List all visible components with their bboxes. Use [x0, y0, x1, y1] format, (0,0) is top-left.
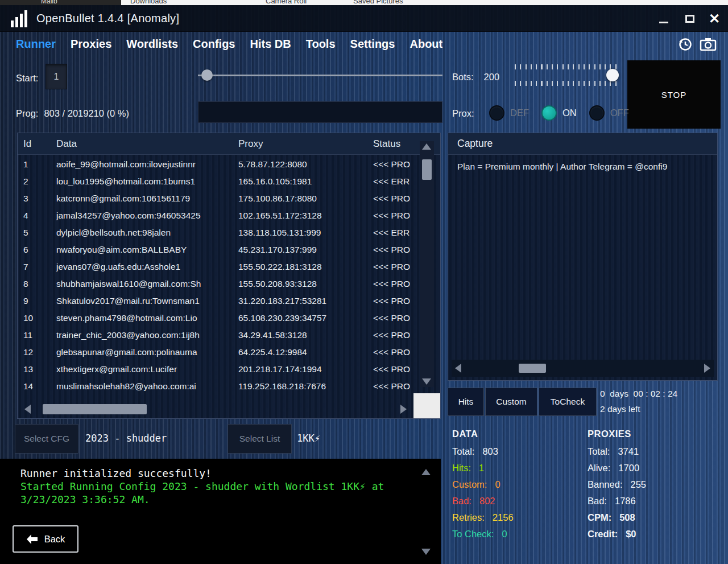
openbullet-window: OpenBullet 1.4.4 [Anomaly] ✕ Runner Prox… — [0, 5, 728, 564]
stat-hits: Hits:1 — [452, 463, 580, 474]
scrollbar-corner — [413, 393, 440, 418]
screenshot-camera-icon[interactable] — [700, 36, 717, 52]
results-table: Id Data Proxy Status 1aoife_99@hotmail.c… — [17, 133, 441, 419]
table-row[interactable]: 14muslimahsolehah82@yahoo.com:ai119.252.… — [18, 378, 440, 395]
slider-thumb[interactable] — [201, 69, 213, 81]
bots-slider[interactable] — [515, 64, 620, 86]
selected-wordlist-name: 1KK⚡ — [297, 433, 320, 444]
capture-horizontal-scrollbar[interactable] — [452, 360, 714, 377]
scroll-down-icon[interactable] — [422, 378, 431, 385]
tab-tocheck-results[interactable]: ToCheck — [539, 388, 597, 416]
scrollbar-thumb[interactable] — [422, 159, 432, 180]
desktop-background-strip: Mailb Downloads Camera Roll Saved Pictur… — [0, 0, 728, 5]
proxy-off-radio[interactable]: OFF — [589, 105, 629, 121]
table-row[interactable]: 5dylpicl@bellsouth.net:98jalen138.118.10… — [18, 224, 440, 241]
progress-slider[interactable] — [198, 67, 442, 83]
bots-slider-thumb[interactable] — [606, 69, 619, 81]
scroll-right-icon[interactable] — [704, 364, 710, 373]
tab-proxies[interactable]: Proxies — [71, 38, 111, 51]
scroll-left-icon[interactable] — [455, 364, 461, 373]
bots-label: Bots: — [452, 72, 474, 83]
desktop-dark-fragment — [0, 0, 121, 5]
col-header-proxy[interactable]: Proxy — [238, 138, 263, 150]
minimize-icon — [659, 22, 668, 23]
tab-configs[interactable]: Configs — [193, 38, 235, 51]
table-row[interactable]: 13xthextigerx@gmail.com:Lucifer201.218.1… — [18, 361, 440, 378]
proxy-on-radio[interactable]: ON — [541, 105, 577, 121]
desktop-folder-downloads: Downloads — [130, 0, 167, 5]
result-tabs: Hits Custom ToCheck — [448, 388, 597, 416]
select-wordlist-button[interactable]: Select List — [228, 424, 292, 454]
history-icon[interactable] — [677, 36, 693, 52]
table-vertical-scrollbar[interactable] — [420, 141, 434, 387]
tab-custom-results[interactable]: Custom — [485, 388, 537, 416]
table-row[interactable]: 12glebsapunar@gmail.com:polinauma64.225.… — [18, 344, 440, 361]
table-row[interactable]: 7jevans07@g.uafs.edu:Asshole1155.50.222.… — [18, 258, 440, 275]
data-stats: DATA Total:803 Hits:1 Custom:0 Bad:802 R… — [452, 429, 580, 545]
table-row[interactable]: 8shubhamjaiswal1610@gmail.com:Sh155.50.2… — [18, 275, 440, 293]
stat-proxy-total: Total:3741 — [588, 446, 721, 457]
days-left: 2 days left — [600, 404, 677, 414]
table-row[interactable]: 9Shkatulov2017@mail.ru:Townsman131.220.1… — [18, 293, 440, 310]
capture-title: Capture — [457, 138, 493, 150]
stat-cpm: CPM:508 — [588, 512, 721, 523]
scrollbar-thumb[interactable] — [43, 404, 147, 414]
back-label: Back — [44, 534, 65, 545]
table-row[interactable]: 1aoife_99@hotmail.com:ilovejustinnr5.78.… — [18, 156, 440, 173]
proxy-def-radio[interactable]: DEF — [489, 105, 529, 121]
maximize-button[interactable] — [679, 5, 701, 32]
capture-header: Capture — [448, 133, 717, 155]
desktop-folder-saved-pictures: Saved Pictures — [353, 0, 403, 5]
select-config-button[interactable]: Select CFG — [15, 424, 78, 454]
radio-circle-icon — [541, 105, 557, 121]
start-input[interactable]: 1 — [46, 64, 67, 89]
maximize-icon — [685, 15, 694, 23]
radio-circle-icon — [589, 105, 605, 121]
table-row[interactable]: 4jamal34257@yahoo.com:946053425102.165.5… — [18, 207, 440, 224]
tab-about[interactable]: About — [410, 38, 442, 51]
stat-tocheck: To Check:0 — [452, 529, 580, 540]
tab-wordlists[interactable]: Wordlists — [126, 38, 178, 51]
scroll-right-icon[interactable] — [400, 405, 407, 414]
col-header-id[interactable]: Id — [23, 138, 31, 150]
proxy-stats: PROXIES Total:3741 Alive:1700 Banned:255… — [588, 429, 721, 545]
stat-proxy-bad: Bad:1786 — [588, 496, 721, 507]
table-horizontal-scrollbar[interactable] — [23, 401, 408, 417]
stop-button[interactable]: STOP — [627, 60, 721, 129]
col-header-data[interactable]: Data — [56, 138, 77, 150]
desktop-left-fragment: Mailb — [41, 0, 57, 5]
tab-runner[interactable]: Runner — [16, 38, 56, 51]
close-button[interactable]: ✕ — [703, 5, 726, 32]
col-header-status[interactable]: Status — [373, 138, 400, 150]
tab-settings[interactable]: Settings — [350, 38, 395, 51]
tab-hits-results[interactable]: Hits — [448, 388, 484, 416]
log-scroll-down-icon[interactable] — [421, 549, 431, 555]
app-logo-icon — [10, 10, 30, 30]
table-row[interactable]: 10steven.pham4798@hotmail.com:Lio65.108.… — [18, 310, 440, 327]
stat-retries: Retries:2156 — [452, 512, 580, 523]
scrollbar-thumb[interactable] — [519, 364, 546, 373]
proxy-stats-title: PROXIES — [588, 429, 721, 439]
scroll-up-icon[interactable] — [422, 143, 431, 150]
minimize-button[interactable] — [653, 5, 675, 32]
table-row[interactable]: 11trainer_chic_2003@yahoo.com:1ij8h34.29… — [18, 327, 440, 344]
stat-total: Total:803 — [452, 446, 580, 457]
tab-tools[interactable]: Tools — [306, 38, 336, 51]
scroll-left-icon[interactable] — [24, 405, 31, 414]
log-scroll-up-icon[interactable] — [421, 469, 431, 475]
back-button[interactable]: Back — [13, 525, 78, 553]
tab-hits-db[interactable]: Hits DB — [250, 38, 291, 51]
main-nav: Runner Proxies Wordlists Configs Hits DB… — [16, 38, 442, 51]
window-title: OpenBullet 1.4.4 [Anomaly] — [36, 5, 179, 32]
table-row[interactable]: 3katcronn@gmail.com:1061561179175.100.86… — [18, 190, 440, 207]
runtime-timer: 0 days 00 : 02 : 24 2 days left — [600, 389, 677, 419]
slider-ticks — [515, 81, 620, 86]
table-row[interactable]: 6nwaforyou@aim.com:BALLBABY45.231.170.13… — [18, 241, 440, 258]
nav-icons — [677, 36, 717, 52]
close-icon: ✕ — [709, 11, 720, 27]
log-line: Started Running Config 2023 - shudder wi… — [20, 480, 408, 506]
radio-circle-icon — [489, 105, 504, 121]
titlebar[interactable]: OpenBullet 1.4.4 [Anomaly] ✕ — [0, 5, 728, 32]
table-row[interactable]: 2lou_lou1995@hotmail.com:1burns1165.16.0… — [18, 173, 440, 190]
stat-proxy-banned: Banned:255 — [588, 479, 721, 490]
